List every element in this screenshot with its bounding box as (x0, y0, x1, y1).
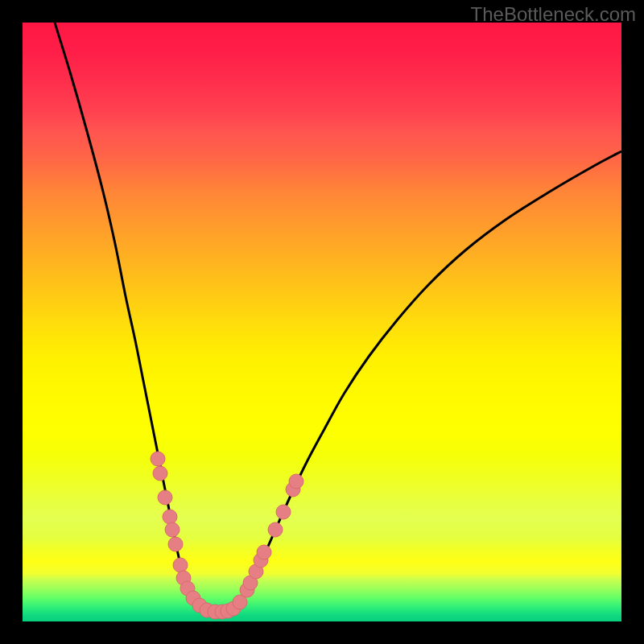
data-dot (257, 545, 271, 559)
chart-frame: TheBottleneck.com (0, 0, 644, 644)
data-dot (163, 510, 177, 524)
data-dot (168, 537, 183, 551)
chart-svg (23, 23, 621, 621)
left-curve (55, 23, 222, 612)
data-dot (153, 466, 167, 481)
data-dot (276, 505, 291, 519)
data-dot (158, 490, 172, 505)
data-dot (165, 522, 180, 537)
right-curve (222, 151, 621, 612)
data-dot (268, 522, 283, 537)
data-dots (151, 452, 303, 619)
data-dot (173, 558, 188, 572)
data-dot (151, 452, 165, 466)
data-dot (289, 474, 303, 489)
